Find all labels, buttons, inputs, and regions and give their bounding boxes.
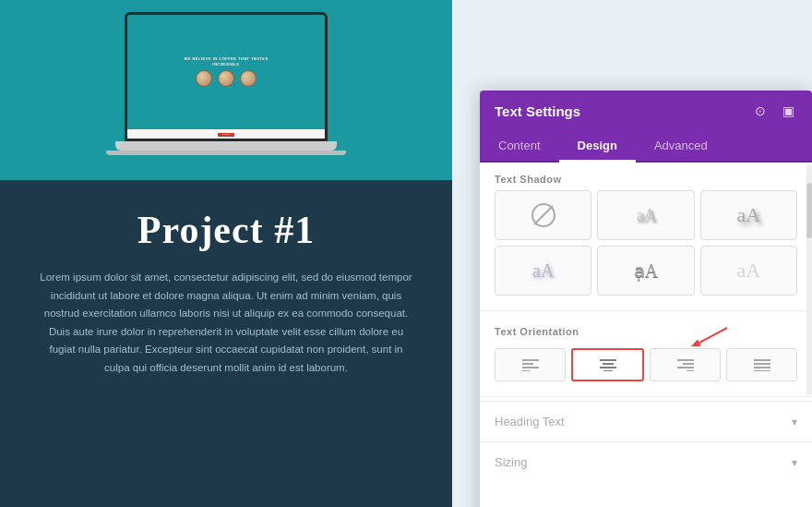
settings-icon[interactable]: ⊙ [751,102,770,120]
tab-content[interactable]: Content [480,131,559,161]
accordion-heading-text[interactable]: Heading Text ▾ [480,401,812,441]
project-title: Project #1 [137,208,315,252]
laptop-content: WE BELIEVE IN COFFEE THAT TASTES INCREDI… [127,15,325,139]
content-section: Project #1 Lorem ipsum dolor sit amet, c… [0,180,452,507]
shadow-option-none[interactable] [495,190,591,240]
accordion-heading-text-label: Heading Text [495,415,565,429]
coffee-cup-2 [218,70,234,87]
laptop-wrapper: WE BELIEVE IN COFFEE THAT TASTES INCREDI… [106,12,346,169]
tabs-row: Content Design Advanced [480,131,812,163]
coffee-cups-row [196,70,257,87]
shadow-option-1[interactable]: aA [597,190,694,240]
accordion-sizing-label: Sizing [495,455,527,469]
shadow-option-5[interactable]: aA [700,246,797,296]
panel-title: Text Settings [495,103,580,119]
accordion-sizing-chevron: ▾ [792,456,797,469]
shadow-text-4: ạA [634,260,658,282]
tab-design[interactable]: Design [559,131,636,163]
panel-body: Text Shadow aA aA aA [480,163,812,507]
shadow-text-1: aA [636,206,655,225]
orientation-right[interactable] [650,348,721,381]
orientation-center[interactable] [571,348,644,381]
text-settings-panel: Text Settings ⊙ ▣ Content Design Advance… [480,91,812,507]
left-panel: WE BELIEVE IN COFFEE THAT TASTES INCREDI… [0,0,452,507]
panel-header-icons: ⊙ ▣ [751,102,797,120]
accordion-sizing[interactable]: Sizing ▾ [480,441,812,482]
accordion-heading-text-chevron: ▾ [792,416,797,429]
divider-1 [480,310,812,311]
laptop-header-text2: INCREDIBLE [212,62,239,66]
laptop-section: WE BELIEVE IN COFFEE THAT TASTES INCREDI… [0,0,452,180]
svg-line-1 [534,206,553,224]
coffee-btn-1: ORDER [218,133,234,137]
project-description: Lorem ipsum dolor sit amet, consectetur … [37,269,415,377]
shadow-option-2[interactable]: aA [700,190,797,240]
coffee-cup-1 [196,70,212,87]
shadow-text-2: aA [737,203,761,227]
orientation-left[interactable] [495,348,566,381]
laptop-foot [106,151,346,155]
text-shadow-label: Text Shadow [480,163,812,190]
scrollbar[interactable] [806,164,812,395]
scroll-thumb [806,183,812,238]
expand-icon[interactable]: ▣ [779,102,797,120]
orientation-section [480,343,812,392]
tab-advanced[interactable]: Advanced [636,131,726,161]
orientation-justify[interactable] [726,348,797,381]
orientation-options [480,343,812,392]
panel-header: Text Settings ⊙ ▣ [480,91,812,131]
shadow-option-3[interactable]: aA [495,246,591,296]
text-orientation-label: Text Orientation [480,315,812,343]
shadow-text-5: aA [737,259,761,283]
coffee-cup-3 [240,70,257,87]
no-shadow-icon [531,202,556,228]
shadow-text-3: aA [532,260,554,282]
laptop-base [115,141,337,151]
arrow-indicator [690,326,736,346]
shadow-options-grid: aA aA aA ạA aA [480,190,812,307]
shadow-option-4[interactable]: ạA [597,246,694,296]
divider-2 [480,396,812,397]
coffee-btn-row: ORDER [131,133,321,137]
svg-line-3 [699,328,727,343]
laptop-screen: WE BELIEVE IN COFFEE THAT TASTES INCREDI… [125,12,328,141]
